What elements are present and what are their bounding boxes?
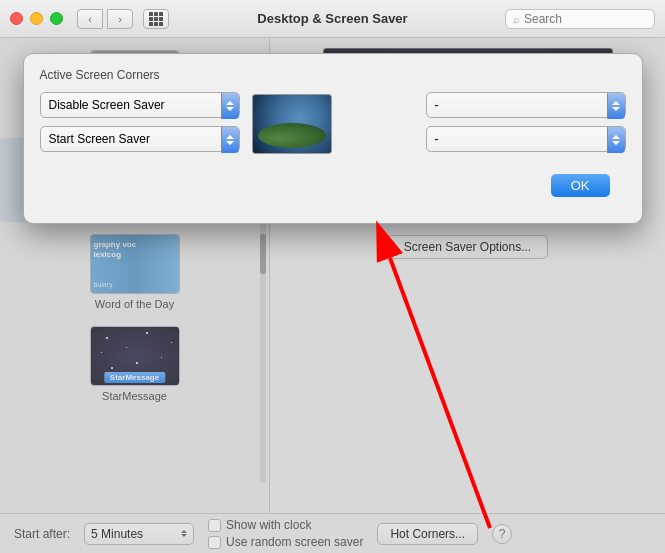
corner-select-bottomright-arrow (607, 127, 625, 153)
maximize-button[interactable] (50, 12, 63, 25)
arrow-up-icon (226, 135, 234, 139)
desktop-thumbnail (252, 94, 332, 154)
corner-select-topleft-arrow (221, 93, 239, 119)
modal-overlay: Active Screen Corners Disable Screen Sav… (0, 38, 665, 553)
ok-button[interactable]: OK (551, 174, 610, 197)
corner-select-bottomleft-value: Start Screen Saver (49, 132, 231, 146)
corner-select-bottomleft-arrow (221, 127, 239, 153)
nav-buttons: ‹ › (77, 9, 133, 29)
arrow-down-icon (612, 107, 620, 111)
arrow-up-icon (612, 135, 620, 139)
grid-icon (149, 12, 163, 26)
modal-header-label: Active Screen Corners (24, 54, 642, 92)
minimize-button[interactable] (30, 12, 43, 25)
close-button[interactable] (10, 12, 23, 25)
search-input[interactable] (524, 12, 644, 26)
corner-select-topright-arrow (607, 93, 625, 119)
corner-select-topright-value: - (435, 98, 617, 112)
modal-body: Disable Screen Saver Start Screen Saver (24, 92, 642, 168)
corner-select-topright[interactable]: - (426, 92, 626, 118)
arrow-down-icon (226, 141, 234, 145)
search-box[interactable]: ⌕ (505, 9, 655, 29)
desktop-thumbnail-img (253, 95, 331, 153)
corner-select-bottomright-value: - (435, 132, 617, 146)
arrow-up-icon (612, 101, 620, 105)
arrow-down-icon (226, 107, 234, 111)
back-button[interactable]: ‹ (77, 9, 103, 29)
corner-select-topleft-value: Disable Screen Saver (49, 98, 231, 112)
right-dropdowns: - - (426, 92, 626, 152)
corner-select-topleft[interactable]: Disable Screen Saver (40, 92, 240, 118)
window-title: Desktop & Screen Saver (257, 11, 407, 26)
modal-footer: OK (24, 168, 642, 223)
corner-dropdowns: Disable Screen Saver Start Screen Saver (40, 92, 240, 152)
traffic-lights (10, 12, 63, 25)
corner-select-bottomright[interactable]: - (426, 126, 626, 152)
modal-panel: Active Screen Corners Disable Screen Sav… (23, 53, 643, 224)
corner-select-bottomleft[interactable]: Start Screen Saver (40, 126, 240, 152)
svg-line-1 (390, 258, 490, 528)
arrow-down-icon (612, 141, 620, 145)
grid-button[interactable] (143, 9, 169, 29)
forward-button[interactable]: › (107, 9, 133, 29)
titlebar: ‹ › Desktop & Screen Saver ⌕ (0, 0, 665, 38)
arrow-up-icon (226, 101, 234, 105)
search-icon: ⌕ (513, 13, 520, 25)
